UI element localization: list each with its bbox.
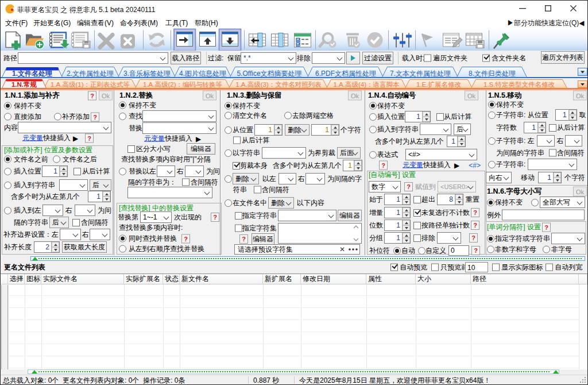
svg-text:6.PDF文档属性处理: 6.PDF文档属性处理 (315, 70, 376, 78)
svg-text:1.A.高级(2)：编码与转换等: 1.A.高级(2)：编码与转换等 (143, 81, 222, 88)
svg-text:1.文件名处理: 1.文件名处理 (12, 70, 52, 78)
svg-text:7.文本文件属性处理: 7.文本文件属性处理 (390, 70, 451, 78)
svg-text:1.S.特定类型文件名修改: 1.S.特定类型文件名修改 (483, 81, 555, 88)
svg-text:1.A.高级(3)：文件名对照列表: 1.A.高级(3)：文件名对照列表 (235, 81, 322, 88)
svg-text:1.N.常规: 1.N.常规 (11, 81, 37, 88)
svg-text:3.音乐标签处理: 3.音乐标签处理 (123, 70, 171, 78)
svg-text:8.文件归类处理: 8.文件归类处理 (469, 70, 516, 78)
svg-text:2.文件属性处理: 2.文件属性处理 (67, 70, 114, 78)
svg-text:4.图片信息处理: 4.图片信息处理 (179, 70, 226, 78)
svg-text:5.Office文档摘要处理: 5.Office文档摘要处理 (237, 70, 301, 78)
svg-text:1.A.高级(1)：正则表达式等: 1.A.高级(1)：正则表达式等 (51, 81, 130, 88)
svg-text:1.A.高级(4)：语言脚本: 1.A.高级(4)：语言脚本 (333, 81, 399, 88)
svg-text:1.E.扩展名修改: 1.E.扩展名修改 (416, 81, 461, 88)
